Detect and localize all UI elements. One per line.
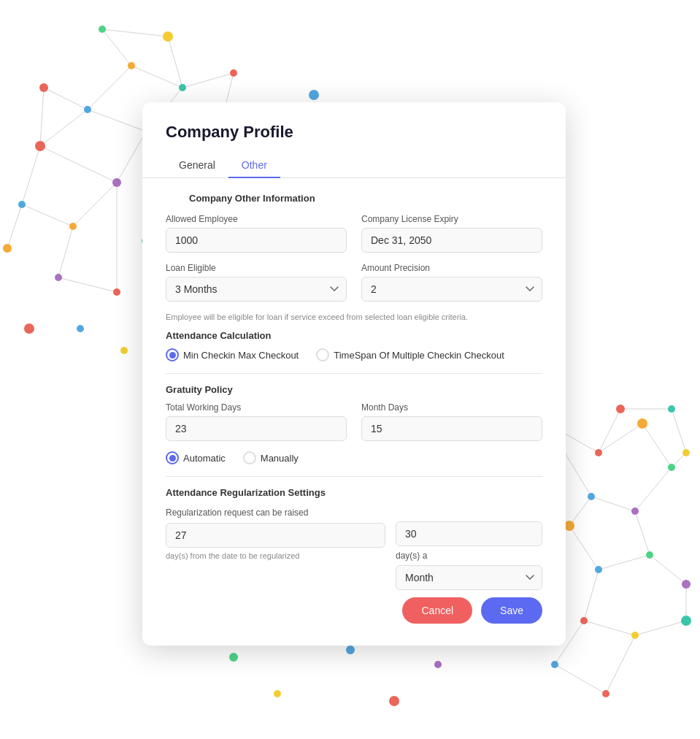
svg-line-50 [672,409,686,453]
input-allowed-employee[interactable] [166,228,347,253]
field-amount-precision: Amount Precision 1 2 3 4 [361,263,542,302]
label-license-expiry: Company License Expiry [361,214,542,224]
svg-point-32 [163,31,173,42]
company-profile-dialog: Company Profile General Other Company Ot… [142,102,566,646]
label-amount-precision: Amount Precision [361,263,542,273]
svg-point-27 [179,84,186,91]
svg-line-56 [599,555,650,570]
svg-point-74 [668,405,675,413]
svg-line-54 [569,497,591,526]
label-month-days: Month Days [361,402,542,413]
svg-point-89 [309,90,319,100]
svg-point-40 [24,323,34,334]
svg-line-61 [635,621,686,635]
svg-point-31 [99,26,106,33]
radio-circle-manually [243,451,256,464]
radio-automatic[interactable]: Automatic [166,451,226,464]
radio-min-checkin[interactable]: Min Checkin Max Checkout [166,348,299,361]
svg-point-81 [580,617,588,624]
label-loan-eligible: Loan Eligible [166,263,347,273]
tab-other[interactable]: Other [228,153,280,178]
svg-line-8 [22,204,73,226]
svg-point-70 [668,464,675,471]
svg-line-13 [102,29,168,37]
svg-line-46 [591,497,635,511]
divider-2 [166,476,542,477]
svg-point-69 [637,418,647,429]
radio-label-min-checkin: Min Checkin Max Checkout [183,350,299,361]
tab-bar: General Other [142,153,566,178]
svg-point-30 [69,223,77,230]
input-license-expiry[interactable] [361,228,542,253]
footer-buttons: Cancel Save [142,590,566,624]
label-regularization: Regularization request can be raised [166,508,308,518]
svg-line-0 [40,110,88,146]
svg-point-90 [346,646,355,654]
dialog-title: Company Profile [142,102,566,153]
cancel-button[interactable]: Cancel [402,597,472,624]
svg-point-79 [646,551,653,559]
svg-point-83 [681,616,691,626]
field-loan-eligible: Loan Eligible 3 Months 6 Months 12 Month… [166,263,347,302]
svg-point-72 [588,493,595,500]
input-period-days[interactable] [396,521,542,546]
svg-point-39 [77,325,84,332]
svg-line-4 [88,66,131,110]
svg-line-1 [88,110,146,131]
svg-point-77 [564,521,574,531]
radio-label-manually: Manually [261,453,299,464]
svg-line-3 [40,146,117,183]
reg-days-from-label: day(s) from the date to be regularized [166,551,385,562]
svg-point-29 [18,201,26,208]
svg-point-33 [230,69,237,77]
svg-point-94 [434,661,442,668]
field-license-expiry: Company License Expiry [361,214,542,253]
attendance-radio-group: Min Checkin Max Checkout TimeSpan Of Mul… [166,348,542,361]
svg-line-44 [642,424,672,467]
svg-line-60 [584,621,635,635]
regularization-row: Regularization request can be raised day… [166,505,542,590]
input-month-days[interactable] [361,416,542,441]
row-employee-license: Allowed Employee Company License Expiry [166,214,542,253]
svg-line-12 [102,29,131,66]
select-period[interactable]: Month Week Year [396,565,542,590]
select-loan-eligible[interactable]: 3 Months 6 Months 12 Months [166,277,347,302]
svg-point-80 [682,580,691,589]
field-allowed-employee: Allowed Employee [166,214,347,253]
radio-manually[interactable]: Manually [243,451,299,464]
svg-point-91 [274,690,281,697]
svg-line-64 [555,665,606,694]
radio-timespan[interactable]: TimeSpan Of Multiple Checkin Checkout [316,348,504,361]
radio-circle-min-checkin [166,348,179,361]
row-gratuity-fields: Total Working Days Month Days [166,402,542,441]
svg-point-73 [616,405,625,413]
tab-general[interactable]: General [166,153,228,178]
reg-right-section: day(s) a Month Week Year [396,505,542,590]
radio-label-timespan: TimeSpan Of Multiple Checkin Checkout [334,350,504,361]
radio-label-automatic: Automatic [183,453,226,464]
svg-line-15 [182,73,234,88]
svg-line-7 [22,146,40,204]
gratuity-title: Gratuity Policy [166,384,542,395]
svg-point-35 [55,274,62,281]
svg-line-48 [599,409,620,453]
reg-left-section: Regularization request can be raised day… [166,505,385,569]
attendance-calc-title: Attendance Calculation [166,330,542,341]
svg-line-18 [58,226,73,277]
svg-line-14 [168,37,182,88]
form-body: Company Other Information Allowed Employ… [142,193,566,590]
select-amount-precision[interactable]: 1 2 3 4 [361,277,542,302]
input-reg-days[interactable] [166,523,385,548]
label-total-working-days: Total Working Days [166,402,347,413]
svg-point-71 [631,508,639,515]
row-loan-precision: Loan Eligible 3 Months 6 Months 12 Month… [166,263,542,302]
svg-line-43 [599,424,642,453]
svg-point-93 [389,696,399,706]
svg-line-2 [117,131,146,183]
input-total-working-days[interactable] [166,416,347,441]
svg-line-10 [44,88,88,110]
svg-point-22 [35,141,45,151]
save-button[interactable]: Save [481,597,542,624]
label-allowed-employee: Allowed Employee [166,214,347,224]
svg-point-37 [3,244,12,253]
